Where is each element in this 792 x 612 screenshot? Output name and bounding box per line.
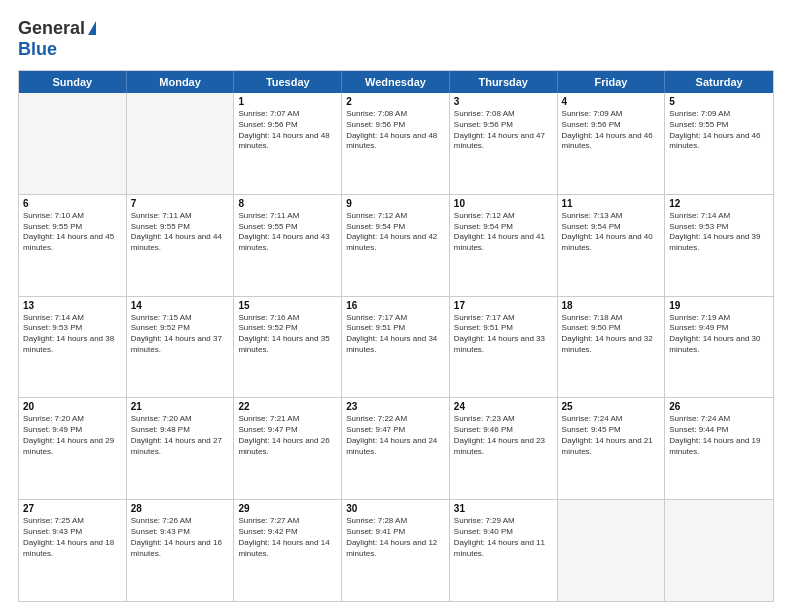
logo-general-text: General [18, 18, 85, 39]
calendar-cell: 27Sunrise: 7:25 AM Sunset: 9:43 PM Dayli… [19, 500, 127, 601]
day-number: 24 [454, 401, 553, 412]
calendar-cell [19, 93, 127, 194]
calendar-row: 13Sunrise: 7:14 AM Sunset: 9:53 PM Dayli… [19, 296, 773, 398]
calendar-cell: 18Sunrise: 7:18 AM Sunset: 9:50 PM Dayli… [558, 297, 666, 398]
calendar-cell: 9Sunrise: 7:12 AM Sunset: 9:54 PM Daylig… [342, 195, 450, 296]
day-number: 30 [346, 503, 445, 514]
cell-info: Sunrise: 7:22 AM Sunset: 9:47 PM Dayligh… [346, 414, 445, 457]
cell-info: Sunrise: 7:11 AM Sunset: 9:55 PM Dayligh… [238, 211, 337, 254]
calendar-cell: 7Sunrise: 7:11 AM Sunset: 9:55 PM Daylig… [127, 195, 235, 296]
cell-info: Sunrise: 7:20 AM Sunset: 9:48 PM Dayligh… [131, 414, 230, 457]
calendar-cell: 20Sunrise: 7:20 AM Sunset: 9:49 PM Dayli… [19, 398, 127, 499]
day-number: 23 [346, 401, 445, 412]
calendar-header-row: SundayMondayTuesdayWednesdayThursdayFrid… [19, 71, 773, 93]
page: General Blue SundayMondayTuesdayWednesda… [0, 0, 792, 612]
calendar-cell: 29Sunrise: 7:27 AM Sunset: 9:42 PM Dayli… [234, 500, 342, 601]
day-number: 17 [454, 300, 553, 311]
cell-info: Sunrise: 7:17 AM Sunset: 9:51 PM Dayligh… [346, 313, 445, 356]
day-number: 15 [238, 300, 337, 311]
cell-info: Sunrise: 7:09 AM Sunset: 9:56 PM Dayligh… [562, 109, 661, 152]
calendar-header-cell: Saturday [665, 71, 773, 93]
calendar-cell: 22Sunrise: 7:21 AM Sunset: 9:47 PM Dayli… [234, 398, 342, 499]
calendar-cell: 31Sunrise: 7:29 AM Sunset: 9:40 PM Dayli… [450, 500, 558, 601]
cell-info: Sunrise: 7:13 AM Sunset: 9:54 PM Dayligh… [562, 211, 661, 254]
calendar-cell: 19Sunrise: 7:19 AM Sunset: 9:49 PM Dayli… [665, 297, 773, 398]
calendar-cell: 10Sunrise: 7:12 AM Sunset: 9:54 PM Dayli… [450, 195, 558, 296]
cell-info: Sunrise: 7:15 AM Sunset: 9:52 PM Dayligh… [131, 313, 230, 356]
cell-info: Sunrise: 7:16 AM Sunset: 9:52 PM Dayligh… [238, 313, 337, 356]
day-number: 9 [346, 198, 445, 209]
day-number: 1 [238, 96, 337, 107]
day-number: 2 [346, 96, 445, 107]
day-number: 29 [238, 503, 337, 514]
cell-info: Sunrise: 7:19 AM Sunset: 9:49 PM Dayligh… [669, 313, 769, 356]
cell-info: Sunrise: 7:08 AM Sunset: 9:56 PM Dayligh… [346, 109, 445, 152]
calendar-cell: 1Sunrise: 7:07 AM Sunset: 9:56 PM Daylig… [234, 93, 342, 194]
cell-info: Sunrise: 7:12 AM Sunset: 9:54 PM Dayligh… [454, 211, 553, 254]
calendar-cell: 5Sunrise: 7:09 AM Sunset: 9:55 PM Daylig… [665, 93, 773, 194]
calendar-cell: 26Sunrise: 7:24 AM Sunset: 9:44 PM Dayli… [665, 398, 773, 499]
day-number: 5 [669, 96, 769, 107]
calendar-cell: 4Sunrise: 7:09 AM Sunset: 9:56 PM Daylig… [558, 93, 666, 194]
day-number: 4 [562, 96, 661, 107]
day-number: 31 [454, 503, 553, 514]
calendar-row: 27Sunrise: 7:25 AM Sunset: 9:43 PM Dayli… [19, 499, 773, 601]
calendar-header-cell: Wednesday [342, 71, 450, 93]
calendar-row: 1Sunrise: 7:07 AM Sunset: 9:56 PM Daylig… [19, 93, 773, 194]
cell-info: Sunrise: 7:24 AM Sunset: 9:44 PM Dayligh… [669, 414, 769, 457]
logo: General Blue [18, 18, 96, 60]
day-number: 13 [23, 300, 122, 311]
cell-info: Sunrise: 7:18 AM Sunset: 9:50 PM Dayligh… [562, 313, 661, 356]
day-number: 25 [562, 401, 661, 412]
cell-info: Sunrise: 7:29 AM Sunset: 9:40 PM Dayligh… [454, 516, 553, 559]
cell-info: Sunrise: 7:17 AM Sunset: 9:51 PM Dayligh… [454, 313, 553, 356]
calendar-cell: 15Sunrise: 7:16 AM Sunset: 9:52 PM Dayli… [234, 297, 342, 398]
calendar-cell [127, 93, 235, 194]
calendar-row: 6Sunrise: 7:10 AM Sunset: 9:55 PM Daylig… [19, 194, 773, 296]
cell-info: Sunrise: 7:21 AM Sunset: 9:47 PM Dayligh… [238, 414, 337, 457]
calendar-cell: 6Sunrise: 7:10 AM Sunset: 9:55 PM Daylig… [19, 195, 127, 296]
logo-blue-text: Blue [18, 39, 57, 60]
calendar-cell: 21Sunrise: 7:20 AM Sunset: 9:48 PM Dayli… [127, 398, 235, 499]
calendar-cell: 17Sunrise: 7:17 AM Sunset: 9:51 PM Dayli… [450, 297, 558, 398]
day-number: 22 [238, 401, 337, 412]
day-number: 3 [454, 96, 553, 107]
day-number: 19 [669, 300, 769, 311]
calendar-header-cell: Tuesday [234, 71, 342, 93]
cell-info: Sunrise: 7:07 AM Sunset: 9:56 PM Dayligh… [238, 109, 337, 152]
day-number: 6 [23, 198, 122, 209]
cell-info: Sunrise: 7:24 AM Sunset: 9:45 PM Dayligh… [562, 414, 661, 457]
calendar-header-cell: Sunday [19, 71, 127, 93]
cell-info: Sunrise: 7:26 AM Sunset: 9:43 PM Dayligh… [131, 516, 230, 559]
calendar-header-cell: Thursday [450, 71, 558, 93]
calendar-cell [558, 500, 666, 601]
day-number: 18 [562, 300, 661, 311]
calendar-cell: 16Sunrise: 7:17 AM Sunset: 9:51 PM Dayli… [342, 297, 450, 398]
calendar-cell: 11Sunrise: 7:13 AM Sunset: 9:54 PM Dayli… [558, 195, 666, 296]
calendar-cell: 14Sunrise: 7:15 AM Sunset: 9:52 PM Dayli… [127, 297, 235, 398]
cell-info: Sunrise: 7:09 AM Sunset: 9:55 PM Dayligh… [669, 109, 769, 152]
calendar-cell: 30Sunrise: 7:28 AM Sunset: 9:41 PM Dayli… [342, 500, 450, 601]
cell-info: Sunrise: 7:08 AM Sunset: 9:56 PM Dayligh… [454, 109, 553, 152]
day-number: 16 [346, 300, 445, 311]
calendar-cell: 28Sunrise: 7:26 AM Sunset: 9:43 PM Dayli… [127, 500, 235, 601]
calendar-cell: 8Sunrise: 7:11 AM Sunset: 9:55 PM Daylig… [234, 195, 342, 296]
cell-info: Sunrise: 7:10 AM Sunset: 9:55 PM Dayligh… [23, 211, 122, 254]
header: General Blue [18, 18, 774, 60]
calendar-cell: 25Sunrise: 7:24 AM Sunset: 9:45 PM Dayli… [558, 398, 666, 499]
cell-info: Sunrise: 7:23 AM Sunset: 9:46 PM Dayligh… [454, 414, 553, 457]
day-number: 7 [131, 198, 230, 209]
calendar-cell: 24Sunrise: 7:23 AM Sunset: 9:46 PM Dayli… [450, 398, 558, 499]
cell-info: Sunrise: 7:25 AM Sunset: 9:43 PM Dayligh… [23, 516, 122, 559]
calendar-cell: 23Sunrise: 7:22 AM Sunset: 9:47 PM Dayli… [342, 398, 450, 499]
cell-info: Sunrise: 7:20 AM Sunset: 9:49 PM Dayligh… [23, 414, 122, 457]
logo-triangle-icon [88, 21, 96, 35]
cell-info: Sunrise: 7:14 AM Sunset: 9:53 PM Dayligh… [23, 313, 122, 356]
calendar-body: 1Sunrise: 7:07 AM Sunset: 9:56 PM Daylig… [19, 93, 773, 601]
day-number: 20 [23, 401, 122, 412]
calendar-cell: 3Sunrise: 7:08 AM Sunset: 9:56 PM Daylig… [450, 93, 558, 194]
calendar-cell: 2Sunrise: 7:08 AM Sunset: 9:56 PM Daylig… [342, 93, 450, 194]
cell-info: Sunrise: 7:12 AM Sunset: 9:54 PM Dayligh… [346, 211, 445, 254]
day-number: 10 [454, 198, 553, 209]
day-number: 26 [669, 401, 769, 412]
